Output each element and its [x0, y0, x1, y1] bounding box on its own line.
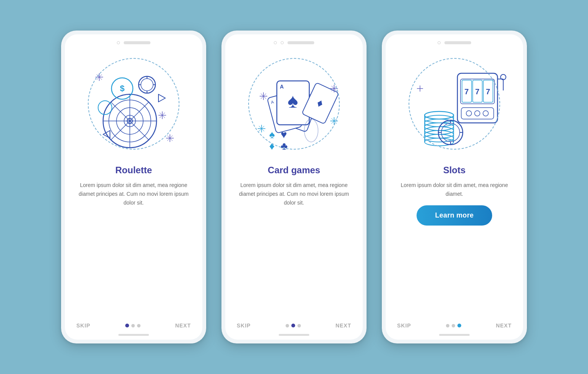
- dot-3-2: [452, 324, 455, 327]
- roulette-content: Roulette Lorem ipsum dolor sit dim amet,…: [65, 165, 202, 318]
- dot-2-1: [286, 324, 289, 327]
- dashed-circle-3: [409, 58, 500, 150]
- roulette-bottom-nav: SKIP NEXT: [65, 318, 202, 329]
- status-bar-line-1: [124, 41, 150, 44]
- phone-slots: 7 7 7: [382, 31, 527, 343]
- status-circle-2b: [281, 41, 284, 44]
- slots-title: Slots: [443, 165, 466, 176]
- roulette-body: Lorem ipsum dolor sit dim amet, mea regi…: [76, 181, 191, 207]
- dot-2-active: [291, 324, 295, 327]
- slots-illustration: 7 7 7: [397, 47, 512, 161]
- status-circle-1: [117, 41, 120, 44]
- dashed-circle-2: [248, 58, 340, 150]
- cards-body: Lorem ipsum dolor sit dim amet, mea regi…: [237, 181, 351, 207]
- dot-1-3: [137, 324, 141, 327]
- cards-title: Card games: [268, 165, 320, 176]
- dot-2-3: [297, 324, 301, 327]
- status-bar-2: [225, 41, 363, 44]
- dot-3-1: [446, 324, 449, 327]
- phones-container: $: [61, 31, 527, 343]
- status-bar-line-3: [444, 41, 471, 44]
- cards-skip[interactable]: SKIP: [237, 322, 251, 329]
- cards-next[interactable]: NEXT: [336, 322, 351, 329]
- roulette-skip[interactable]: SKIP: [76, 322, 90, 329]
- roulette-dots: [125, 324, 141, 327]
- cards-illustration: ♥ A ♣ A ♠ A ♦: [237, 47, 351, 161]
- home-indicator-3: [439, 334, 470, 336]
- status-bar-1: [65, 41, 202, 44]
- status-circle-3: [438, 41, 441, 44]
- slots-content: Slots Lorem ipsum dolor sit dim amet, me…: [386, 165, 523, 318]
- status-circle-2a: [274, 41, 277, 44]
- roulette-next[interactable]: NEXT: [175, 322, 191, 329]
- dot-1-2: [131, 324, 135, 327]
- phone-card-games: ♥ A ♣ A ♠ A ♦: [221, 31, 367, 343]
- dot-1-active: [125, 324, 129, 327]
- roulette-title: Roulette: [115, 165, 152, 176]
- dashed-circle-1: [88, 58, 179, 150]
- slots-bottom-nav: SKIP NEXT: [386, 318, 523, 329]
- learn-more-button[interactable]: Learn more: [417, 205, 492, 226]
- phone-roulette: $: [61, 31, 206, 343]
- slots-next[interactable]: NEXT: [496, 322, 512, 329]
- roulette-illustration: $: [76, 47, 191, 161]
- status-bar-line-2: [288, 41, 314, 44]
- slots-body: Lorem ipsum dolor sit dim amet, mea regi…: [397, 181, 512, 198]
- home-indicator-2: [279, 334, 309, 336]
- cards-bottom-nav: SKIP NEXT: [225, 318, 363, 329]
- home-indicator-1: [118, 334, 149, 336]
- cards-dots: [286, 324, 301, 327]
- status-bar-3: [386, 41, 523, 44]
- slots-dots: [446, 324, 461, 327]
- dot-3-active: [457, 324, 461, 327]
- cards-content: Card games Lorem ipsum dolor sit dim ame…: [225, 165, 363, 318]
- slots-skip[interactable]: SKIP: [397, 322, 411, 329]
